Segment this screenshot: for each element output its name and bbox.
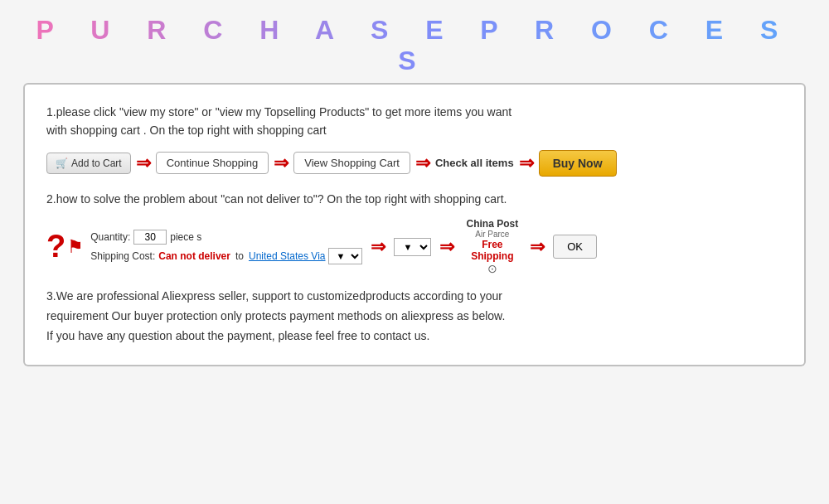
page-wrapper: P U R C H A S E P R O C E S S 1.please c… [0, 0, 829, 504]
arrow-5: ⇒ [371, 238, 385, 256]
step2-section: 2.how to solve the problem about "can no… [46, 190, 783, 275]
add-to-cart-button[interactable]: 🛒 Add to Cart [46, 153, 131, 174]
arrow-3: ⇒ [415, 154, 430, 172]
buy-now-button[interactable]: Buy Now [539, 150, 617, 177]
qty-row: Quantity: piece s [90, 230, 362, 245]
arrow-4: ⇒ [519, 154, 534, 172]
page-title: P U R C H A S E P R O C E S S [17, 15, 812, 76]
continue-shopping-button[interactable]: Continue Shopping [156, 152, 269, 174]
cart-icon: 🛒 [56, 158, 68, 169]
arrow-2: ⇒ [274, 154, 288, 172]
arrow-7: ⇒ [530, 238, 545, 256]
check-items-label: Check all items [435, 157, 514, 169]
us-via-link[interactable]: United States Via [249, 250, 326, 262]
arrow-1: ⇒ [136, 154, 151, 172]
arrow-6: ⇒ [439, 238, 454, 256]
shipping-row: Shipping Cost: Can not deliver to United… [90, 248, 362, 264]
step2-text: 2.how to solve the problem about "can no… [46, 190, 783, 208]
question-icon: ? ⚑ [46, 229, 84, 264]
step3-section: 3.We are professional Aliexpress seller,… [46, 287, 783, 346]
main-card: 1.please click "view my store" or "view … [25, 85, 804, 365]
qty-area: Quantity: piece s Shipping Cost: Can not… [90, 230, 362, 264]
step1-text: 1.please click "view my store" or "view … [46, 103, 783, 140]
china-post-area: China Post Air Parce Free Shipping ⊙ [466, 218, 518, 275]
method-dropdown[interactable]: ▼ [394, 238, 431, 256]
shipping-dropdown[interactable]: ▼ [328, 248, 362, 264]
view-cart-button[interactable]: View Shopping Cart [293, 152, 410, 174]
quantity-input[interactable] [133, 230, 167, 245]
step2-inner: ? ⚑ Quantity: piece s Shipping Cost: Can… [46, 218, 783, 275]
circle-icon: ⊙ [487, 262, 497, 275]
ok-button[interactable]: OK [553, 235, 597, 259]
step1-flow: 🛒 Add to Cart ⇒ Continue Shopping ⇒ View… [46, 150, 783, 177]
page-header: P U R C H A S E P R O C E S S [0, 0, 829, 85]
